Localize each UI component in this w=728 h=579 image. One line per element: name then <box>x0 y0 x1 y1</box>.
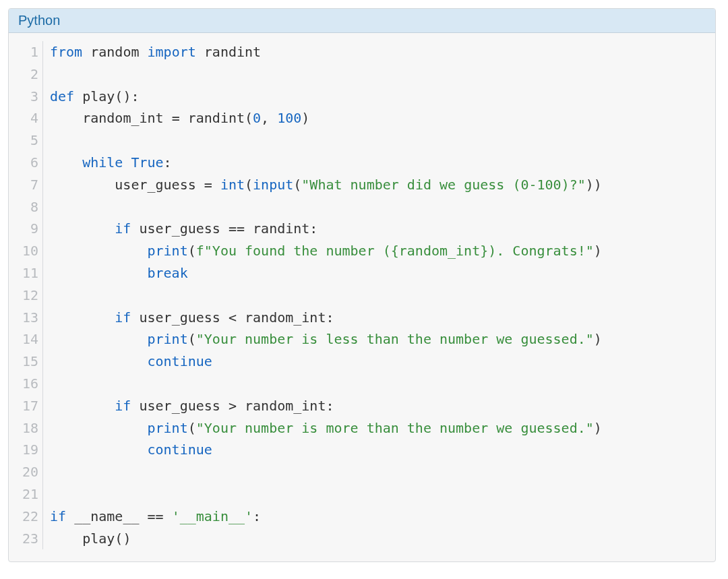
code-token-keyword: continue <box>148 441 212 458</box>
code-block: Python 123456789101112131415161718192021… <box>8 8 716 562</box>
code-line <box>50 373 602 395</box>
code-token-plain <box>50 220 115 237</box>
code-token-plain: ( <box>188 331 196 347</box>
code-token-plain <box>50 265 148 281</box>
code-token-keyword: def <box>50 88 74 104</box>
code-token-plain: __name__ <box>66 508 147 524</box>
code-token-plain: ( <box>245 177 253 193</box>
code-lines: from random import randint def play(): r… <box>43 41 602 549</box>
code-token-punct: < <box>229 309 237 326</box>
code-area: 1234567891011121314151617181920212223 fr… <box>9 33 715 561</box>
code-token-builtin: int <box>220 177 245 193</box>
code-line <box>50 129 602 152</box>
code-token-plain: randint <box>204 44 261 60</box>
code-token-plain: ) <box>594 243 602 259</box>
code-line: continue <box>50 351 602 373</box>
code-token-plain <box>123 154 131 171</box>
code-token-punct: : <box>253 508 261 524</box>
line-number: 16 <box>11 373 38 395</box>
code-token-plain: )) <box>586 177 602 193</box>
code-line <box>50 196 602 218</box>
line-number: 4 <box>11 107 38 129</box>
code-token-keyword: if <box>115 398 131 414</box>
code-token-plain: random <box>90 44 139 60</box>
code-line: user_guess = int(input("What number did … <box>50 174 602 196</box>
line-number: 6 <box>11 152 38 174</box>
code-token-plain: ( <box>293 177 301 193</box>
code-line <box>50 284 602 307</box>
code-line: def play(): <box>50 86 602 108</box>
line-number: 20 <box>11 461 38 483</box>
code-token-plain <box>50 309 115 326</box>
code-line: if user_guess == randint: <box>50 218 602 240</box>
code-token-plain: ) <box>594 420 602 436</box>
line-number: 10 <box>11 240 38 262</box>
code-token-plain: randint( <box>180 110 253 126</box>
code-token-string: f"You found the number ( <box>196 243 391 259</box>
code-token-plain: user_guess <box>131 220 229 237</box>
code-token-string: '__main__' <box>172 508 253 524</box>
line-number: 17 <box>11 395 38 417</box>
line-number: 7 <box>11 174 38 196</box>
line-number: 2 <box>11 63 38 86</box>
code-token-plain <box>212 177 220 193</box>
code-token-plain: random_int: <box>237 309 334 326</box>
line-number: 5 <box>11 129 38 152</box>
code-token-plain: randint: <box>245 220 317 237</box>
code-token-punct: : <box>164 154 172 171</box>
code-token-punct: = <box>204 177 212 193</box>
code-line: print("Your number is more than the numb… <box>50 417 602 439</box>
line-number: 3 <box>11 86 38 108</box>
code-token-string: "What number did we guess (0-100)?" <box>301 177 585 193</box>
code-token-string: ). Congrats!" <box>488 243 594 259</box>
line-number: 15 <box>11 351 38 373</box>
code-token-plain: user_guess <box>131 398 229 414</box>
code-token-builtin: print <box>148 420 188 436</box>
code-token-keyword: from <box>50 44 82 60</box>
code-line: random_int = randint(0, 100) <box>50 107 602 129</box>
code-token-string: "Your number is more than the number we … <box>196 420 594 436</box>
code-token-string: {random_int} <box>391 243 489 259</box>
line-number: 1 <box>11 41 38 63</box>
code-line: if __name__ == '__main__': <box>50 506 602 528</box>
code-token-number: 100 <box>277 110 301 126</box>
code-line: continue <box>50 439 602 461</box>
code-line: if user_guess < random_int: <box>50 307 602 329</box>
code-token-keyword: continue <box>148 353 212 369</box>
code-token-plain <box>50 177 115 193</box>
code-token-plain: user_guess <box>115 177 204 193</box>
code-line: if user_guess > random_int: <box>50 395 602 417</box>
code-token-builtin: print <box>148 243 188 259</box>
code-token-plain: user_guess <box>131 309 229 326</box>
code-token-keyword: if <box>115 309 131 326</box>
code-line <box>50 63 602 86</box>
code-token-punct: == <box>229 220 245 237</box>
code-token-plain <box>164 508 172 524</box>
code-token-plain <box>50 110 82 126</box>
code-token-keyword: if <box>115 220 131 237</box>
line-number: 22 <box>11 506 38 528</box>
code-token-plain <box>50 530 82 547</box>
code-token-plain <box>50 420 148 436</box>
code-line: print(f"You found the number ({random_in… <box>50 240 602 262</box>
code-line: from random import randint <box>50 41 602 63</box>
code-token-plain <box>50 331 148 347</box>
code-token-const: True <box>131 154 163 171</box>
code-token-punct: = <box>172 110 180 126</box>
line-number: 13 <box>11 307 38 329</box>
code-line: play() <box>50 528 602 550</box>
code-token-plain: play() <box>82 530 131 547</box>
code-line: print("Your number is less than the numb… <box>50 328 602 351</box>
line-number: 11 <box>11 262 38 284</box>
code-token-builtin: input <box>253 177 293 193</box>
code-token-keyword: break <box>148 265 188 281</box>
code-token-plain <box>50 353 148 369</box>
code-token-keyword: if <box>50 508 66 524</box>
line-number: 23 <box>11 528 38 550</box>
code-token-plain <box>50 398 115 414</box>
line-number-gutter: 1234567891011121314151617181920212223 <box>9 41 42 549</box>
line-number: 14 <box>11 328 38 351</box>
code-language-label: Python <box>18 13 60 28</box>
line-number: 8 <box>11 196 38 218</box>
code-token-string: "Your number is less than the number we … <box>196 331 594 347</box>
